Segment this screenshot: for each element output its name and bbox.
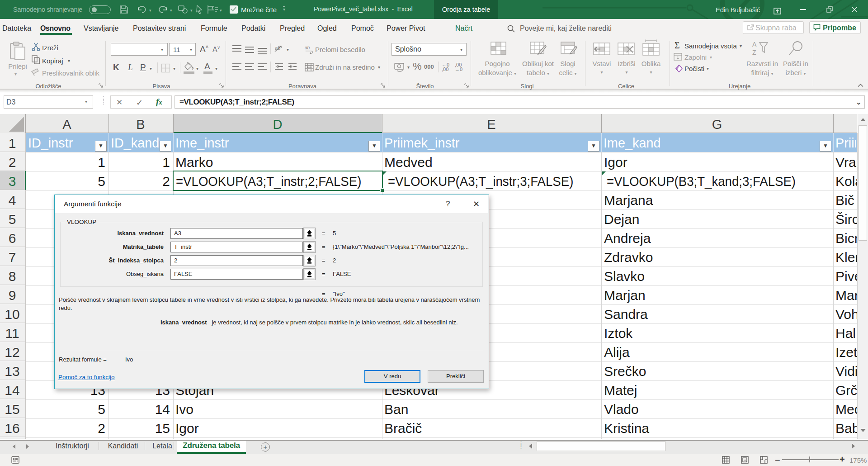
svg-text:Z: Z xyxy=(752,49,756,56)
svg-text:A: A xyxy=(752,41,757,48)
svg-text:ab: ab xyxy=(305,45,310,50)
svg-text:ab: ab xyxy=(275,45,280,51)
